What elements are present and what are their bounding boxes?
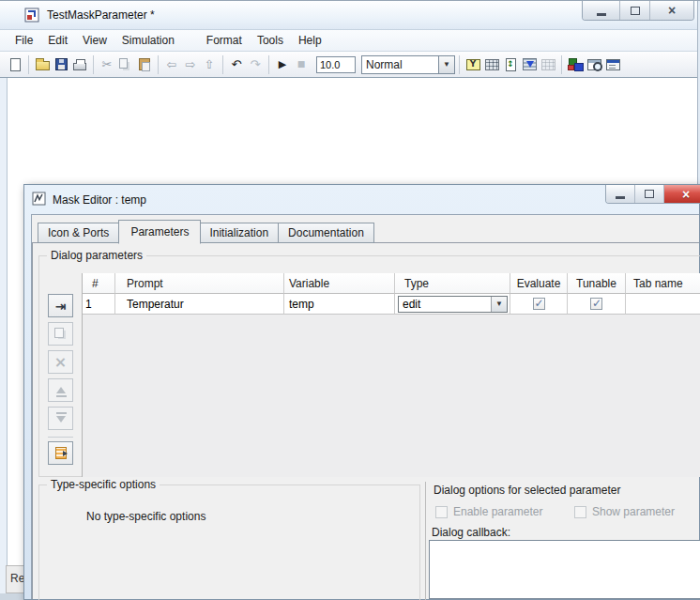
parameter-type-select[interactable]: edit ▼ <box>398 296 508 313</box>
tab-icon-and-ports[interactable]: Icon & Ports <box>38 223 119 243</box>
menu-view[interactable]: View <box>75 31 114 50</box>
toolbar-separator <box>28 55 29 74</box>
go-up-icon[interactable]: ⇧ <box>200 56 219 73</box>
minimize-button[interactable] <box>583 1 620 20</box>
enable-parameter-option: Enable parameter <box>435 505 542 518</box>
toolbar-separator <box>268 55 269 74</box>
stop-simulation-icon[interactable]: ■ <box>292 56 311 73</box>
simulink-library-icon[interactable] <box>566 56 585 73</box>
tab-parameters[interactable]: Parameters <box>118 220 201 244</box>
menu-format[interactable]: Format <box>199 31 250 50</box>
move-parameter-up-button[interactable] <box>48 378 73 402</box>
simulink-model-icon <box>24 8 39 23</box>
close-icon: × <box>668 4 676 17</box>
parameter-evaluate-cell <box>510 294 568 315</box>
go-forward-icon[interactable]: ⇨ <box>181 56 200 73</box>
tab-initialization[interactable]: Initialization <box>200 223 279 243</box>
debug-target-icon[interactable] <box>603 56 622 73</box>
parameter-tunable-cell <box>568 294 626 315</box>
save-model-icon[interactable] <box>52 56 70 73</box>
chevron-down-icon: ▼ <box>443 60 450 69</box>
start-simulation-icon[interactable]: ▶ <box>273 56 292 73</box>
column-header-evaluate[interactable]: Evaluate <box>510 273 568 294</box>
parameter-variable-cell[interactable]: temp <box>284 294 395 315</box>
parameter-type-value: edit <box>399 298 491 311</box>
menu-file[interactable]: File <box>8 31 40 50</box>
menu-help[interactable]: Help <box>291 31 329 50</box>
mask-editor-dialog: Mask Editor : temp × Icon & Ports Parame… <box>23 184 700 600</box>
copy-parameter-button[interactable] <box>48 322 73 346</box>
parameter-index-cell: 1 <box>83 294 115 315</box>
column-header-variable[interactable]: Variable <box>284 273 395 294</box>
dialog-close-button[interactable]: × <box>664 185 700 203</box>
type-specific-options-groupbox: Type-specific options No type-specific o… <box>38 485 420 600</box>
incremental-build-icon[interactable] <box>520 56 539 73</box>
parameters-table-header: # Prompt Variable Type Evaluate Tunable … <box>83 273 700 294</box>
new-model-icon[interactable] <box>6 56 24 73</box>
column-header-prompt[interactable]: Prompt <box>115 273 284 294</box>
parameter-row[interactable]: 1 Temperatur temp edit ▼ <box>83 294 700 315</box>
refresh-model-icon[interactable]: ↕ <box>501 56 520 73</box>
menu-bar: File Edit View Simulation Format Tools H… <box>0 29 700 52</box>
toolbar-separator <box>222 55 223 74</box>
add-parameter-icon: ⇥ <box>55 299 67 314</box>
toolbar: ✂ ⇦ ⇨ ⇧ ↶ ↷ ▶ ■ Normal ▼ Y ↕ <box>0 52 700 78</box>
dialog-minimize-button[interactable] <box>606 185 635 203</box>
maximize-icon <box>645 190 654 198</box>
copy-icon[interactable] <box>116 56 135 73</box>
show-parameter-label: Show parameter <box>592 505 675 518</box>
simulation-stop-time-input[interactable] <box>316 56 356 73</box>
toolbar-separator <box>561 55 562 74</box>
menu-tools[interactable]: Tools <box>250 31 291 50</box>
redo-icon[interactable]: ↷ <box>246 56 265 73</box>
move-up-icon <box>56 382 66 393</box>
evaluate-checkbox[interactable] <box>533 298 545 310</box>
promote-parameter-button[interactable] <box>48 441 73 465</box>
dialog-maximize-button[interactable] <box>635 185 664 203</box>
maximize-button[interactable] <box>620 1 650 20</box>
type-dropdown-button[interactable]: ▼ <box>491 297 507 312</box>
parameter-tab-name-cell[interactable] <box>626 294 700 315</box>
minimize-icon <box>616 196 625 199</box>
simulation-mode-select[interactable]: Normal ▼ <box>361 55 455 74</box>
add-parameter-button[interactable]: ⇥ <box>48 294 73 317</box>
menu-simulation[interactable]: Simulation <box>114 31 182 50</box>
undo-icon[interactable]: ↶ <box>227 56 246 73</box>
cut-icon[interactable]: ✂ <box>98 56 116 73</box>
column-header-tab-name[interactable]: Tab name <box>626 273 700 294</box>
mask-editor-client-area: Icon & Ports Parameters Initialization D… <box>31 214 699 599</box>
delete-parameter-icon: × <box>54 355 67 370</box>
model-browser-icon[interactable] <box>482 56 501 73</box>
parameter-type-cell: edit ▼ <box>395 294 510 315</box>
dialog-callback-textarea[interactable] <box>429 540 700 599</box>
tunable-checkbox[interactable] <box>590 298 602 310</box>
toolbuttons-separator <box>48 437 73 438</box>
main-window-controls: × <box>582 1 694 21</box>
move-down-icon <box>56 416 66 427</box>
column-header-tunable[interactable]: Tunable <box>568 273 626 294</box>
move-parameter-down-button[interactable] <box>48 407 73 430</box>
toolbar-separator <box>93 55 94 74</box>
delete-parameter-button[interactable]: × <box>48 350 73 374</box>
column-header-index[interactable]: # <box>83 273 115 294</box>
dialog-options-label: Dialog options for selected parameter <box>434 484 620 497</box>
mask-editor-titlebar[interactable]: Mask Editor : temp <box>32 191 146 209</box>
go-back-icon[interactable]: ⇦ <box>162 56 181 73</box>
library-browser-icon[interactable]: Y <box>464 56 482 73</box>
parameter-prompt-cell[interactable]: Temperatur <box>115 294 284 315</box>
update-diagram-icon[interactable] <box>539 56 557 73</box>
print-icon[interactable] <box>70 56 89 73</box>
menu-edit[interactable]: Edit <box>40 31 75 50</box>
column-header-type[interactable]: Type <box>395 273 510 294</box>
paste-icon[interactable] <box>135 56 154 73</box>
toolbar-separator <box>459 55 460 74</box>
model-explorer-icon[interactable] <box>585 56 603 73</box>
show-parameter-checkbox[interactable] <box>574 506 586 518</box>
enable-parameter-checkbox[interactable] <box>435 506 448 518</box>
open-model-icon[interactable] <box>33 56 52 73</box>
close-button[interactable]: × <box>650 1 693 20</box>
combo-dropdown-button[interactable]: ▼ <box>438 56 454 73</box>
parameters-tab-panel: Dialog parameters ⇥ × # Prompt <box>32 242 699 599</box>
enable-parameter-label: Enable parameter <box>453 505 542 518</box>
tab-documentation[interactable]: Documentation <box>279 223 374 243</box>
